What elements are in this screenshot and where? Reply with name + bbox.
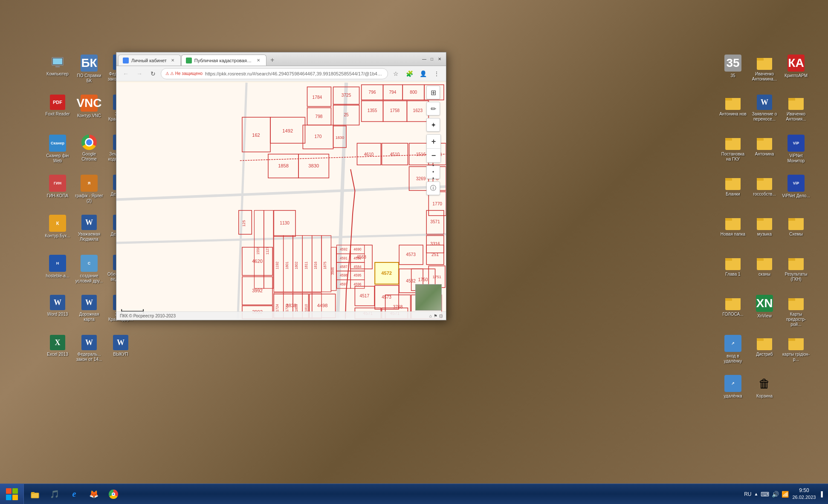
map-flag-icon[interactable]: ⚑ [434, 314, 437, 318]
taskbar-explorer-button[interactable] [26, 485, 44, 504]
icon-label: Антонина [755, 152, 774, 157]
svg-text:1623: 1623 [413, 108, 423, 113]
address-bar[interactable]: ⚠ ⚠ Не защищено https://pkk.rosreestr.ru… [161, 68, 388, 79]
desktop-icon-hosteble[interactable]: H hosteble-a... [43, 251, 72, 290]
svg-text:3571: 3571 [430, 219, 440, 224]
desktop-icon-postanovka[interactable]: Постановка на ГКУ [718, 131, 748, 170]
back-button[interactable]: ← [120, 68, 132, 80]
desktop-icon-golosa[interactable]: ГОЛОСА... [718, 291, 748, 330]
desktop-icon-antonina[interactable]: Антонина нов [718, 91, 748, 130]
more-options-button[interactable]: ••• [426, 165, 440, 179]
desktop-icon-glava1[interactable]: Глава 1 [718, 251, 748, 290]
desktop-icon-ivachenko[interactable]: Иваченко Антониина... [750, 51, 779, 89]
desktop-icon-udalenka[interactable]: ↗ удалёнка [718, 372, 748, 410]
desktop-icon-federalny2[interactable]: W Федераль... закон от 14... [74, 331, 104, 370]
draw-button[interactable]: ✏ [426, 102, 440, 115]
desktop-icon-scanner[interactable]: Сканер Сканер фін Web [43, 131, 72, 170]
svg-text:1724: 1724 [275, 304, 279, 312]
desktop-icon-grafik[interactable]: Я графік - Ярлег (2) [74, 171, 104, 210]
desktop-icon-excel2013[interactable]: X Excel 2013 [43, 331, 72, 370]
desktop-icon-foxit[interactable]: PDF Foxit Reader [43, 91, 72, 130]
tab-close-2[interactable]: ✕ [255, 57, 262, 64]
taskbar-ie-button[interactable]: e [65, 485, 84, 504]
taskbar-arrow-icon[interactable]: ▲ [754, 492, 759, 496]
menu-button[interactable]: ⋮ [431, 68, 443, 80]
svg-text:1758: 1758 [390, 108, 400, 113]
svg-text:4573: 4573 [382, 295, 391, 300]
window-close-button[interactable]: ✕ [437, 56, 443, 62]
extensions-button[interactable]: 🧩 [403, 68, 415, 80]
desktop-icon-kontur-vnc[interactable]: VNC Контур.VNC [74, 91, 104, 130]
new-tab-button[interactable]: + [267, 55, 278, 66]
desktop-icon-ivachenko2[interactable]: Иваченко Антония... [781, 91, 811, 130]
desktop-icon-new-folder[interactable]: Новая папка [718, 211, 748, 250]
desktop-icon-antonina2[interactable]: Антонина [750, 131, 779, 170]
browser-tab-2[interactable]: Публичная кадастровая карта ✕ [181, 55, 266, 66]
svg-text:4591: 4591 [340, 256, 348, 260]
desktop-icon-computer[interactable]: Компьютер [43, 51, 72, 89]
desktop-icon-kriptoarm[interactable]: КА КриптоАРМ [781, 51, 811, 89]
desktop-icon-uvazh[interactable]: W Уважаемая Людмила [74, 211, 104, 250]
window-minimize-button[interactable]: — [421, 56, 427, 62]
layers-button[interactable]: ⊞ [426, 86, 440, 99]
desktop-icon-muzika[interactable]: музыка [750, 211, 779, 250]
browser-tab-1[interactable]: Личный кабинет ✕ [118, 55, 181, 66]
map-zoom-icon[interactable]: ⊡ [439, 314, 443, 318]
desktop-icon-blanki[interactable]: Бланки [718, 171, 748, 210]
taskbar-chrome-button[interactable] [104, 485, 123, 504]
desktop-icon-vipnet-delo[interactable]: ViP ViPNet Дело... [781, 171, 811, 210]
desktop-icons-right: 35 35 Иваченко Антониина... КА КриптоАРМ… [718, 51, 811, 410]
taskbar-clock[interactable]: 9:50 26.02.2023 [792, 487, 816, 501]
desktop-icon-scany[interactable]: сканы [750, 251, 779, 290]
start-button[interactable] [0, 484, 24, 504]
desktop-icon-chrome[interactable]: Google Chrome [74, 131, 104, 170]
desktop-icon-po-spravki[interactable]: БК ПО Справки БК [74, 51, 104, 89]
map-home-icon[interactable]: ⌂ [429, 314, 432, 318]
desktop-icon-shemy[interactable]: Схемы [781, 211, 811, 250]
desktop-icon-vhod[interactable]: ↗ вход в удалёнку [718, 331, 748, 370]
svg-text:1751: 1751 [432, 275, 441, 279]
window-maximize-button[interactable]: □ [429, 56, 435, 62]
desktop-icon-vykup[interactable]: W ВЫКУП [106, 331, 136, 370]
desktop-icon-karty[interactable]: Карты предостр-рой... [781, 291, 811, 330]
compass-button[interactable]: ✦ [426, 118, 440, 132]
desktop-icon-create[interactable]: С создание условий дру... [74, 251, 104, 290]
desktop-icon-korzina[interactable]: 🗑 Корзина [750, 372, 779, 410]
desktop-icon-kontur-bu[interactable]: К Контур.Бух... [43, 211, 72, 250]
icon-label: Карты предостр-рой... [782, 312, 811, 327]
desktop-icon-35[interactable]: 35 35 [718, 51, 748, 89]
svg-text:4584: 4584 [353, 265, 362, 269]
tab-close-1[interactable]: ✕ [169, 57, 176, 64]
desktop-icon-xnview[interactable]: XN XnView [750, 291, 779, 330]
desktop-icon-word-r[interactable]: W Заявление о переносе... [750, 91, 779, 130]
taskbar-show-desktop[interactable]: ▌ [819, 491, 825, 497]
icon-label: Контур.Бух... [45, 233, 70, 239]
taskbar-firefox-button[interactable]: 🦊 [84, 485, 103, 504]
taskbar-volume-icon[interactable]: 🔊 [772, 491, 779, 498]
map-container[interactable]: 1784 3725 796 794 800 800 798 25 1355 [116, 81, 446, 320]
svg-text:3992: 3992 [252, 288, 263, 293]
desktop-icon-distrib[interactable]: Дистриб [750, 331, 779, 370]
desktop-icon-gossob[interactable]: госсобств... [750, 171, 779, 210]
profile-button[interactable]: 👤 [417, 68, 429, 80]
taskbar-media-button[interactable]: 🎵 [45, 485, 64, 504]
desktop-icon-ginkopa[interactable]: ГИН ГИН-КОПА [43, 171, 72, 210]
icon-label: Компьютер [46, 72, 69, 77]
desktop-icon-rezultaty[interactable]: Результаты (ГКН) [781, 251, 811, 290]
desktop-icon-karty-grid[interactable]: карты грідіон-р... [781, 331, 811, 370]
desktop-icon-word2013[interactable]: W Word 2013 [43, 291, 72, 330]
zoom-in-button[interactable]: + [427, 135, 440, 148]
refresh-button[interactable]: ↻ [147, 68, 159, 80]
svg-text:4690: 4690 [353, 248, 362, 251]
svg-text:3830: 3830 [308, 163, 319, 168]
info-button[interactable]: ⓘ [426, 181, 440, 195]
svg-text:4595: 4595 [353, 274, 362, 278]
forward-button[interactable]: → [133, 68, 145, 80]
icon-label: ГИН-КОПА [47, 193, 69, 199]
desktop-icon-dorozhnaya[interactable]: W Дорожная карта [74, 291, 104, 330]
taskbar-network-icon[interactable]: 📶 [782, 491, 789, 498]
zoom-out-button[interactable]: − [427, 149, 440, 162]
bookmark-button[interactable]: ☆ [390, 68, 402, 80]
desktop-icon-vipnet-monitor[interactable]: ViP ViPNet Монитор [781, 131, 811, 170]
taskbar-keyboard-icon: ⌨ [761, 491, 769, 498]
